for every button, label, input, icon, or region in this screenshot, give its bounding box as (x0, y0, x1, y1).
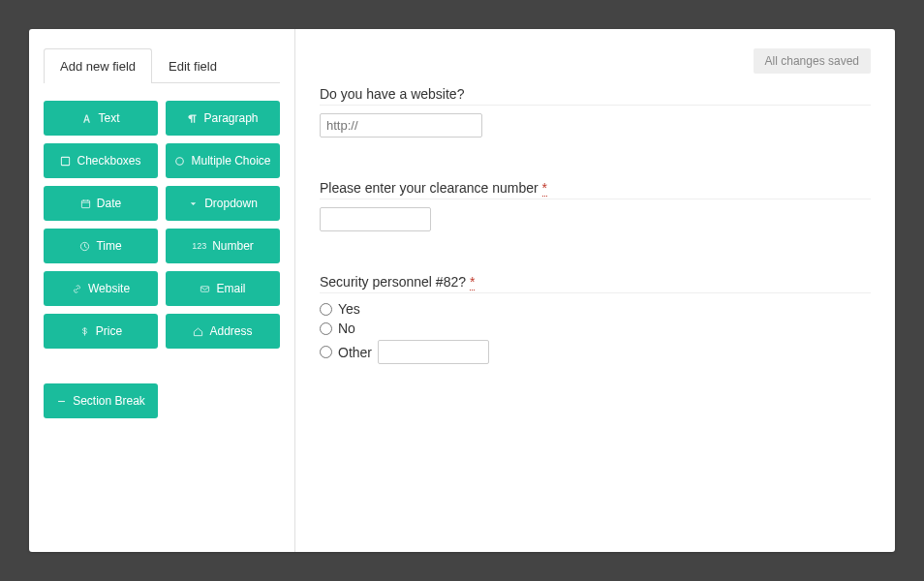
question-label: Security personnel #82? * (320, 274, 871, 293)
question-security: Security personnel #82? * Yes No Other (320, 274, 871, 364)
field-type-number[interactable]: 123 Number (166, 229, 280, 263)
radio-label: Other (338, 345, 372, 360)
radio-input[interactable] (320, 346, 332, 358)
save-status-badge: All changes saved (754, 48, 871, 74)
form-preview: All changes saved Do you have a website?… (295, 29, 895, 552)
link-icon (72, 284, 82, 294)
required-mark: * (470, 274, 475, 290)
minus-icon (56, 396, 67, 407)
field-type-label: Email (216, 282, 245, 295)
checkbox-icon (60, 156, 71, 167)
question-label-text: Security personnel #82? (320, 274, 466, 290)
radio-option-yes[interactable]: Yes (320, 301, 871, 317)
field-type-email[interactable]: Email (166, 271, 280, 306)
question-label: Please enter your clearance number * (320, 180, 871, 199)
field-type-label: Text (98, 111, 119, 125)
field-type-label: Dropdown (204, 197, 258, 210)
tab-add-new-field[interactable]: Add new field (44, 48, 152, 83)
home-icon (193, 326, 203, 337)
calendar-icon (80, 199, 91, 209)
field-type-paragraph[interactable]: Paragraph (166, 101, 280, 136)
field-type-text[interactable]: Text (44, 101, 158, 136)
question-clearance: Please enter your clearance number * (320, 180, 871, 231)
svg-point-1 (176, 157, 184, 165)
paragraph-icon (187, 113, 198, 124)
envelope-icon (200, 284, 210, 294)
svg-rect-2 (81, 200, 89, 208)
clearance-input[interactable] (320, 207, 431, 231)
app-panel: Add new field Edit field Text Paragraph … (29, 29, 895, 552)
field-type-price[interactable]: Price (44, 314, 158, 349)
radio-option-other[interactable]: Other (320, 340, 871, 364)
field-type-address[interactable]: Address (166, 314, 280, 349)
radio-label: Yes (338, 301, 360, 317)
field-type-grid: Text Paragraph Checkboxes Multiple Choic… (44, 101, 280, 418)
question-label-text: Please enter your clearance number (320, 180, 539, 196)
field-type-label: Checkboxes (77, 154, 140, 168)
other-text-input[interactable] (378, 340, 489, 364)
field-type-label: Address (209, 324, 252, 338)
font-icon (81, 113, 92, 124)
clock-icon (79, 241, 90, 252)
radio-input[interactable] (320, 322, 332, 335)
required-mark: * (542, 180, 547, 197)
field-type-checkboxes[interactable]: Checkboxes (44, 143, 158, 178)
sidebar-tabs: Add new field Edit field (44, 48, 280, 83)
field-type-label: Multiple Choice (191, 154, 270, 168)
question-website: Do you have a website? (320, 86, 871, 138)
radio-input[interactable] (320, 303, 332, 316)
svg-rect-4 (201, 286, 209, 291)
field-type-label: Price (96, 324, 122, 338)
field-type-label: Time (96, 239, 121, 253)
radio-icon (174, 156, 185, 167)
field-type-date[interactable]: Date (44, 186, 158, 221)
caret-down-icon (188, 199, 199, 209)
field-type-time[interactable]: Time (44, 229, 158, 263)
field-type-dropdown[interactable]: Dropdown (166, 186, 280, 221)
field-type-section-break[interactable]: Section Break (44, 383, 158, 418)
radio-label: No (338, 321, 355, 336)
number-icon: 123 (192, 241, 206, 251)
radio-option-no[interactable]: No (320, 321, 871, 336)
field-type-label: Paragraph (203, 111, 258, 125)
website-input[interactable] (320, 113, 482, 138)
field-type-label: Number (212, 239, 254, 253)
svg-rect-0 (62, 157, 70, 165)
question-label: Do you have a website? (320, 86, 871, 106)
tab-edit-field[interactable]: Edit field (152, 48, 233, 83)
field-type-label: Date (97, 197, 121, 210)
field-type-website[interactable]: Website (44, 271, 158, 306)
field-type-multiple-choice[interactable]: Multiple Choice (166, 143, 280, 178)
field-type-label: Website (88, 282, 130, 295)
dollar-icon (79, 326, 90, 337)
sidebar: Add new field Edit field Text Paragraph … (29, 29, 295, 552)
field-type-label: Section Break (73, 394, 145, 408)
